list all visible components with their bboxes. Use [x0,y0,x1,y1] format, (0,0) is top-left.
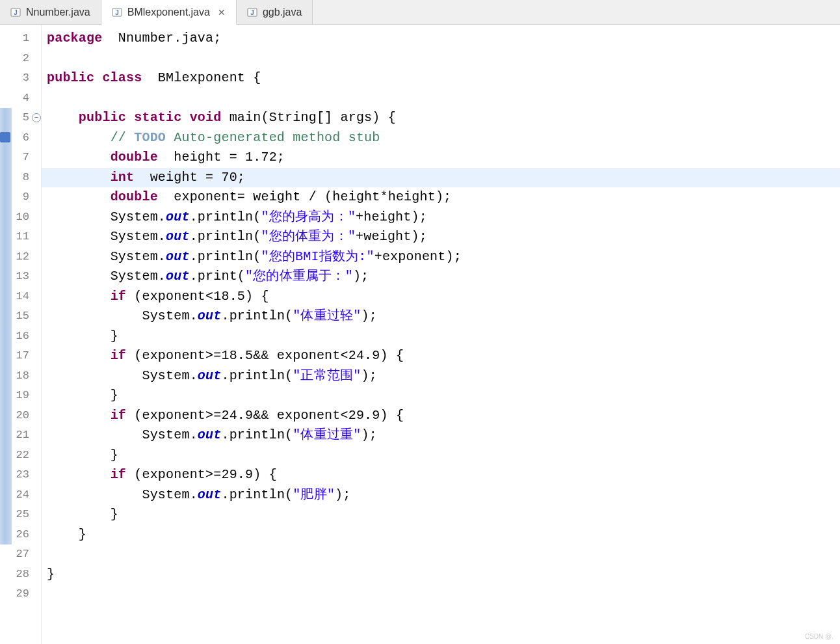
code-line[interactable]: if (exponent>=24.9&& exponent<29.9) { [42,406,840,426]
line-number: 11 [12,227,41,247]
line-number: 20 [12,406,41,426]
line-number: 19 [12,386,41,406]
line-number: 18 [12,366,41,386]
svg-text:J: J [250,9,254,16]
code-line[interactable]: if (exponent>=18.5&& exponent<24.9) { [42,346,840,366]
code-line[interactable]: public class BMlexponent { [42,68,840,88]
code-line[interactable]: } [42,565,840,585]
line-number: 28 [12,565,41,585]
code-line[interactable]: } [42,386,840,406]
line-number: 24 [12,485,41,505]
tab-nnumber[interactable]: J Nnumber.java [0,0,101,24]
watermark: CSDN @. [805,633,833,640]
line-number: 13 [12,267,41,287]
code-line[interactable]: System.out.println("肥胖"); [42,485,840,505]
line-number: 4 [12,88,41,109]
code-line[interactable] [42,584,840,604]
line-number: 8 [12,168,41,188]
code-line[interactable]: double exponent= weight / (height*height… [42,187,840,208]
code-line[interactable]: if (exponent<18.5) { [42,287,840,307]
code-line[interactable]: System.out.println("您的BMI指数为:"+exponent)… [42,247,840,267]
java-file-icon: J [247,7,257,18]
code-line[interactable]: if (exponent>=29.9) { [42,465,840,485]
line-number: 10 [12,208,41,228]
line-number: 21 [12,425,41,446]
code-line[interactable] [42,544,840,565]
code-line[interactable]: } [42,446,840,466]
line-number: 7 [12,148,41,168]
tab-label: ggb.java [263,7,302,18]
line-number: 29 [12,584,41,604]
tab-bmlexponent[interactable]: J BMlexponent.java ✕ [101,0,237,25]
code-line[interactable] [42,49,840,69]
line-number: 3 [12,68,41,88]
tab-ggb[interactable]: J ggb.java [237,0,313,24]
line-number: 14 [12,287,41,307]
code-content[interactable]: package Nnumber.java;public class BMlexp… [42,25,840,644]
code-line[interactable]: public static void main(String[] args) { [42,108,840,128]
code-line[interactable]: } [42,327,840,347]
gutter: 12345−6789101112131415161718192021222324… [12,25,42,644]
line-number: 25 [12,505,41,525]
code-line[interactable]: System.out.println("体重过轻"); [42,306,840,327]
line-number: 6 [12,128,41,148]
line-number: 12 [12,247,41,267]
line-number: 9 [12,187,41,208]
editor-area: 12345−6789101112131415161718192021222324… [0,25,840,644]
java-file-icon: J [112,7,122,18]
line-number: 27 [12,544,41,565]
line-number: 2 [12,49,41,69]
line-number: 16 [12,327,41,347]
code-line[interactable]: System.out.println("正常范围"); [42,366,840,386]
code-line[interactable]: System.out.print("您的体重属于："); [42,267,840,287]
fold-toggle-icon[interactable]: − [32,113,41,122]
svg-text:J: J [115,9,119,16]
line-number: 26 [12,525,41,545]
code-line[interactable]: package Nnumber.java; [42,29,840,49]
code-line[interactable]: double height = 1.72; [42,148,840,168]
code-line[interactable]: System.out.println("您的体重为："+weight); [42,227,840,247]
quickfix-icon[interactable] [0,132,10,142]
code-line[interactable]: int weight = 70; [42,168,840,188]
code-line[interactable]: } [42,525,840,545]
close-icon[interactable]: ✕ [218,7,226,18]
tab-label: BMlexponent.java [127,7,210,18]
code-line[interactable]: } [42,505,840,525]
tab-label: Nnumber.java [26,7,90,18]
code-line[interactable]: System.out.println("体重过重"); [42,425,840,446]
line-number: 22 [12,446,41,466]
tab-bar: J Nnumber.java J BMlexponent.java ✕ J gg… [0,0,840,25]
java-file-icon: J [10,7,21,18]
line-number: 1 [12,29,41,49]
code-line[interactable] [42,88,840,109]
line-number: 15 [12,306,41,327]
line-number: 5− [12,108,41,128]
svg-text:J: J [14,9,18,16]
code-line[interactable]: System.out.println("您的身高为："+height); [42,208,840,228]
code-line[interactable]: // TODO Auto-generated method stub [42,128,840,148]
marker-bar [0,25,12,644]
line-number: 17 [12,346,41,366]
line-number: 23 [12,465,41,485]
